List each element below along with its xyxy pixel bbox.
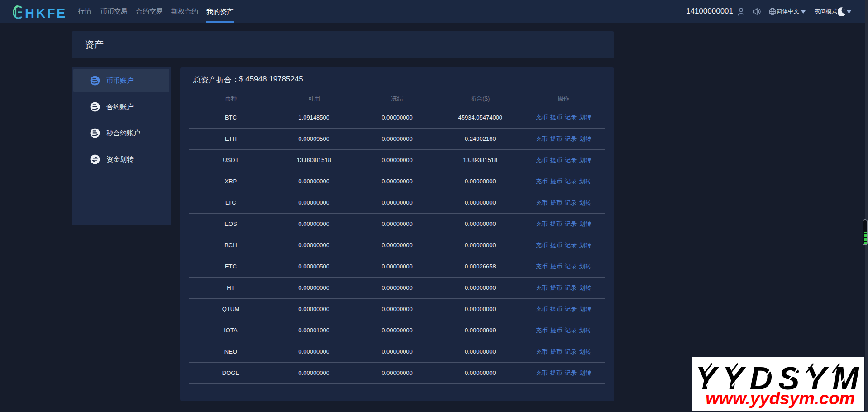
svg-text:HKFE: HKFE [25,6,66,19]
